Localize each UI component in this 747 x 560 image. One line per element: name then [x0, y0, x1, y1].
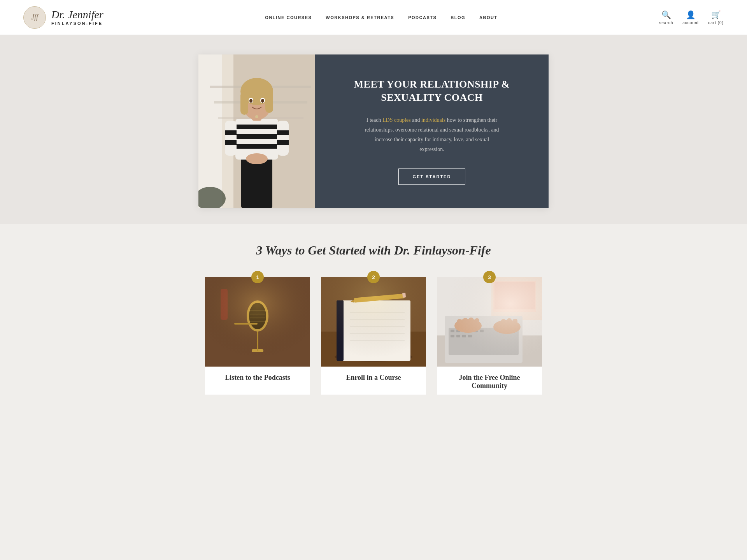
- ways-grid: 1: [198, 277, 549, 395]
- svg-rect-2: [198, 54, 222, 208]
- way-number-2: 2: [367, 271, 380, 283]
- svg-rect-14: [225, 140, 237, 145]
- svg-rect-17: [277, 140, 289, 145]
- cart-button[interactable]: 🛒 cart (0): [708, 10, 724, 25]
- svg-point-28: [255, 115, 258, 118]
- svg-rect-11: [235, 144, 278, 149]
- hero-image-svg: [198, 54, 315, 208]
- hero-section: MEET YOUR RELATIONSHIP & SEXUALITY COACH…: [0, 35, 747, 224]
- hero-container: MEET YOUR RELATIONSHIP & SEXUALITY COACH…: [198, 54, 549, 208]
- logo-monogram: Jff: [23, 6, 46, 29]
- svg-rect-23: [265, 91, 273, 113]
- search-label: search: [659, 21, 673, 25]
- cart-label: cart (0): [708, 21, 724, 25]
- svg-rect-22: [240, 91, 248, 115]
- account-button[interactable]: 👤 account: [682, 10, 699, 25]
- logo[interactable]: Jff Dr. Jennifer FINLAYSON-FIFE: [23, 6, 103, 29]
- hero-desc-and: and: [411, 117, 421, 123]
- search-icon: 🔍: [661, 10, 671, 19]
- nav-blog[interactable]: BLOG: [451, 15, 465, 20]
- logo-name: Dr. Jennifer: [51, 9, 103, 20]
- svg-rect-84: [437, 277, 542, 367]
- svg-rect-16: [277, 130, 289, 135]
- way-image-podcasts: [205, 277, 310, 367]
- way-card-podcasts[interactable]: 1: [205, 277, 310, 395]
- svg-point-27: [261, 99, 264, 103]
- cart-icon: 🛒: [711, 10, 721, 19]
- hero-desc-highlight2: individuals: [421, 117, 445, 123]
- account-icon: 👤: [686, 10, 696, 19]
- cta-get-started[interactable]: GET STARTED: [398, 169, 466, 185]
- way-label-podcasts: Listen to the Podcasts: [221, 367, 294, 386]
- way-number-1: 1: [251, 271, 264, 283]
- svg-rect-42: [205, 277, 310, 367]
- hero-content: MEET YOUR RELATIONSHIP & SEXUALITY COACH…: [315, 54, 549, 208]
- main-nav: ONLINE COURSES WORKSHOPS & RETREATS PODC…: [265, 15, 497, 20]
- svg-rect-12: [225, 121, 237, 156]
- way-image-community: [437, 277, 542, 367]
- logo-surname: FINLAYSON-FIFE: [51, 21, 103, 26]
- svg-rect-15: [277, 121, 289, 156]
- hero-description: I teach LDS couples and individuals how …: [362, 115, 502, 154]
- logo-text: Dr. Jennifer FINLAYSON-FIFE: [51, 9, 103, 26]
- way-number-3: 3: [483, 271, 496, 283]
- svg-point-18: [246, 153, 268, 164]
- way-image-course: [321, 277, 426, 367]
- svg-point-26: [249, 99, 253, 103]
- nav-about[interactable]: ABOUT: [479, 15, 498, 20]
- way-label-community: Join the Free Online Community: [437, 367, 542, 395]
- way-label-course: Enroll in a Course: [342, 367, 405, 386]
- svg-rect-9: [235, 125, 278, 129]
- header-icons: 🔍 search 👤 account 🛒 cart (0): [659, 10, 724, 25]
- search-button[interactable]: 🔍 search: [659, 10, 673, 25]
- ways-title: 3 Ways to Get Started with Dr. Finlayson…: [8, 243, 739, 258]
- svg-rect-13: [225, 130, 237, 135]
- hero-photo: [198, 54, 315, 208]
- hero-desc-highlight1: LDS couples: [382, 117, 411, 123]
- ways-section: 3 Ways to Get Started with Dr. Finlayson…: [0, 224, 747, 418]
- hero-desc-plain: I teach: [366, 117, 382, 123]
- svg-rect-56: [321, 277, 426, 367]
- svg-rect-10: [235, 134, 278, 139]
- way-card-course[interactable]: 2: [321, 277, 426, 395]
- nav-workshops[interactable]: WORKSHOPS & RETREATS: [326, 15, 394, 20]
- account-label: account: [682, 21, 699, 25]
- nav-online-courses[interactable]: ONLINE COURSES: [265, 15, 312, 20]
- way-card-community[interactable]: 3: [437, 277, 542, 395]
- site-header: Jff Dr. Jennifer FINLAYSON-FIFE ONLINE C…: [0, 0, 747, 35]
- nav-podcasts[interactable]: PODCASTS: [408, 15, 437, 20]
- hero-title: MEET YOUR RELATIONSHIP & SEXUALITY COACH: [354, 78, 510, 104]
